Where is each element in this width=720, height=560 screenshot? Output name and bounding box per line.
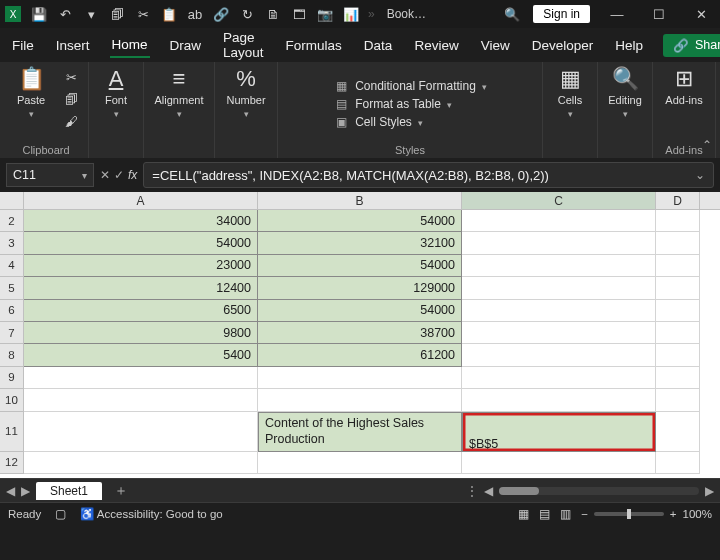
cell[interactable] — [462, 452, 656, 474]
cell[interactable]: 54000 — [24, 232, 258, 254]
cell[interactable] — [462, 300, 656, 322]
copy-icon[interactable]: 📋 — [160, 5, 178, 23]
paste-button[interactable]: 📋 Paste ▾ — [10, 66, 52, 119]
tab-nav-prev[interactable]: ◀ — [6, 484, 15, 498]
cell-active-result[interactable]: $B$5 — [462, 412, 656, 452]
cell[interactable]: 38700 — [258, 322, 462, 344]
cell[interactable]: 6500 — [24, 300, 258, 322]
menu-draw[interactable]: Draw — [168, 34, 204, 57]
formula-input[interactable]: =CELL("address", INDEX(A2:B8, MATCH(MAX(… — [143, 162, 714, 188]
row-header[interactable]: 7 — [0, 322, 24, 344]
sheet-tab[interactable]: Sheet1 — [36, 482, 102, 500]
view-page-layout-button[interactable]: ▤ — [539, 507, 550, 521]
row-header[interactable]: 9 — [0, 367, 24, 389]
cell[interactable] — [462, 389, 656, 411]
name-box[interactable]: C11 ▾ — [6, 163, 94, 187]
cell[interactable] — [24, 412, 258, 452]
cell[interactable]: 5400 — [24, 344, 258, 366]
menu-insert[interactable]: Insert — [54, 34, 92, 57]
cell[interactable] — [656, 232, 700, 254]
qat-btn-6[interactable]: 🗔 — [290, 5, 308, 23]
copy-button[interactable]: 🗐 — [62, 90, 80, 108]
alignment-button[interactable]: ≡ Alignment ▾ — [150, 66, 208, 119]
qat-btn-1[interactable]: 🗐 — [108, 5, 126, 23]
menu-developer[interactable]: Developer — [530, 34, 596, 57]
cell-styles-button[interactable]: ▣Cell Styles ▾ — [333, 115, 487, 129]
menu-home[interactable]: Home — [110, 33, 150, 58]
row-header[interactable]: 11 — [0, 412, 24, 452]
qat-overflow-icon[interactable]: » — [368, 7, 375, 21]
qat-btn-5[interactable]: 🗎 — [264, 5, 282, 23]
cell[interactable] — [24, 367, 258, 389]
cell[interactable] — [258, 389, 462, 411]
view-page-break-button[interactable]: ▥ — [560, 507, 571, 521]
row-header[interactable]: 12 — [0, 452, 24, 474]
tab-options-icon[interactable]: ⋮ — [466, 484, 478, 498]
qat-btn-4[interactable]: ↻ — [238, 5, 256, 23]
cell[interactable] — [656, 412, 700, 452]
qat-btn-2[interactable]: ab — [186, 5, 204, 23]
minimize-button[interactable]: — — [602, 7, 632, 22]
save-icon[interactable]: 💾 — [30, 5, 48, 23]
number-button[interactable]: % Number ▾ — [221, 66, 271, 119]
format-as-table-button[interactable]: ▤Format as Table ▾ — [333, 97, 487, 111]
cell[interactable] — [462, 344, 656, 366]
cell[interactable] — [462, 232, 656, 254]
menu-help[interactable]: Help — [613, 34, 645, 57]
cut-icon[interactable]: ✂ — [134, 5, 152, 23]
cell[interactable] — [258, 452, 462, 474]
col-header-d[interactable]: D — [656, 192, 700, 209]
format-painter-button[interactable]: 🖌 — [62, 112, 80, 130]
share-button[interactable]: 🔗 Share ▾ — [663, 34, 720, 57]
cells-button[interactable]: ▦ Cells ▾ — [549, 66, 591, 119]
menu-file[interactable]: File — [10, 34, 36, 57]
cell[interactable] — [462, 255, 656, 277]
cut-button[interactable]: ✂ — [62, 68, 80, 86]
cell[interactable] — [656, 344, 700, 366]
cell[interactable] — [656, 277, 700, 299]
maximize-button[interactable]: ☐ — [644, 7, 674, 22]
cell[interactable]: 61200 — [258, 344, 462, 366]
add-sheet-button[interactable]: ＋ — [114, 482, 128, 500]
cell[interactable] — [656, 452, 700, 474]
horizontal-scrollbar[interactable] — [499, 487, 699, 495]
zoom-out-button[interactable]: − — [581, 508, 588, 520]
cancel-formula-button[interactable]: ✕ — [100, 168, 110, 182]
cell[interactable]: 9800 — [24, 322, 258, 344]
collapse-ribbon-button[interactable]: ⌃ — [702, 138, 712, 152]
cell[interactable] — [462, 277, 656, 299]
cell[interactable] — [656, 367, 700, 389]
hscroll-left[interactable]: ◀ — [484, 484, 493, 498]
search-icon[interactable]: 🔍 — [503, 5, 521, 23]
qat-btn-3[interactable]: 🔗 — [212, 5, 230, 23]
row-header[interactable]: 3 — [0, 232, 24, 254]
addins-button[interactable]: ⊞ Add-ins — [659, 66, 709, 106]
menu-view[interactable]: View — [479, 34, 512, 57]
cell[interactable] — [258, 367, 462, 389]
cell[interactable] — [462, 322, 656, 344]
zoom-slider[interactable] — [594, 512, 664, 516]
redo-dropdown-icon[interactable]: ▾ — [82, 5, 100, 23]
col-header-c[interactable]: C — [462, 192, 656, 209]
cell[interactable]: 23000 — [24, 255, 258, 277]
qat-btn-7[interactable]: 📷 — [316, 5, 334, 23]
font-button[interactable]: A Font ▾ — [95, 66, 137, 119]
tab-nav-next[interactable]: ▶ — [21, 484, 30, 498]
menu-data[interactable]: Data — [362, 34, 395, 57]
editing-button[interactable]: 🔍 Editing ▾ — [604, 66, 646, 119]
cell[interactable] — [656, 255, 700, 277]
cell[interactable]: 54000 — [258, 300, 462, 322]
conditional-formatting-button[interactable]: ▦Conditional Formatting ▾ — [333, 79, 487, 93]
enter-formula-button[interactable]: ✓ — [114, 168, 124, 182]
cell[interactable] — [462, 367, 656, 389]
col-header-a[interactable]: A — [24, 192, 258, 209]
cell[interactable] — [656, 389, 700, 411]
cell[interactable] — [462, 210, 656, 232]
row-header[interactable]: 2 — [0, 210, 24, 232]
menu-formulas[interactable]: Formulas — [284, 34, 344, 57]
row-header[interactable]: 6 — [0, 300, 24, 322]
cell[interactable]: 34000 — [24, 210, 258, 232]
row-header[interactable]: 4 — [0, 255, 24, 277]
cell[interactable] — [656, 300, 700, 322]
expand-formula-bar-button[interactable]: ⌄ — [695, 168, 705, 182]
